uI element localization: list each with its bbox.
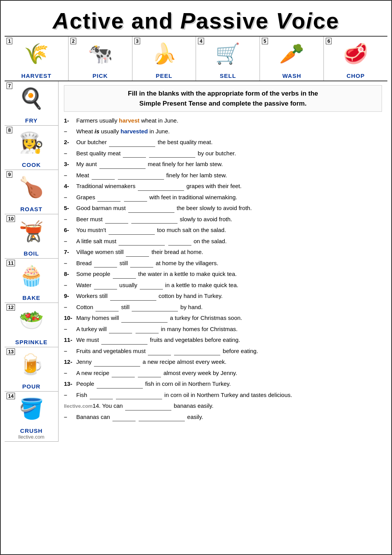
blank-4c bbox=[124, 193, 147, 202]
item-dash-1: – bbox=[64, 127, 76, 136]
sidebar-item-8: 8 👩‍🍳 COOK bbox=[5, 126, 58, 170]
exercise-11-active: 11- We must fruits and vegetables before… bbox=[64, 335, 382, 345]
cell-num-8: 8 bbox=[7, 127, 12, 133]
sell-label: SELL bbox=[197, 72, 259, 79]
fry-icon: 🍳 bbox=[5, 88, 57, 116]
page-container: Active and Passive Voice 1 🌾 HARVEST 2 🐄… bbox=[5, 5, 387, 442]
blank-2c bbox=[149, 149, 195, 158]
item-num-13: 13- bbox=[64, 380, 76, 388]
item-num-10: 10- bbox=[64, 314, 76, 323]
roast-label: ROAST bbox=[5, 206, 57, 212]
is-word: is bbox=[95, 128, 100, 135]
item-num-8: 8- bbox=[64, 270, 76, 279]
blank-7a bbox=[126, 247, 149, 257]
cell-num-11: 11 bbox=[7, 260, 15, 266]
blank-8a bbox=[113, 269, 136, 279]
pour-label: POUR bbox=[5, 383, 57, 390]
sidebar-item-10: 10 🫕 BOIL bbox=[5, 214, 58, 259]
exercise-1-passive: – Wheat is usually harvested in June. bbox=[64, 127, 382, 136]
item-num-2: 2- bbox=[64, 138, 76, 147]
exercise-10-active: 10- Many homes will a turkey for Christm… bbox=[64, 313, 382, 323]
blank-4b bbox=[97, 193, 121, 202]
exercise-13-active: 13- People fish in corn oil in Northern … bbox=[64, 379, 382, 388]
blank-3c bbox=[118, 171, 164, 180]
page-title: Active and Passive Voice bbox=[5, 8, 387, 34]
exercise-5-active: 5- Good barman must the beer slowly to a… bbox=[64, 204, 382, 213]
blank-5b bbox=[105, 215, 128, 224]
sprinkle-label: SPRINKLE bbox=[5, 339, 57, 345]
item-text-10p: A turkey will in many homes for Christma… bbox=[76, 325, 382, 334]
item-text-13p: Fish in corn oil in Northern Turkey and … bbox=[76, 390, 382, 400]
instructions-line2: Simple Present Tense and complete the pa… bbox=[139, 100, 307, 107]
blank-14a bbox=[125, 401, 171, 410]
cell-num-6: 6 bbox=[326, 38, 332, 44]
item-num-4: 4- bbox=[64, 182, 76, 191]
cell-num-3: 3 bbox=[134, 38, 140, 44]
cell-num-12: 12 bbox=[7, 304, 15, 311]
blank-3a bbox=[99, 160, 146, 169]
blank-8b bbox=[94, 281, 117, 290]
item-num-5: 5- bbox=[64, 204, 76, 213]
sidebar-item-14: 14 🪣 CRUSH llective.com bbox=[5, 392, 58, 442]
cell-num-5: 5 bbox=[262, 38, 268, 44]
item-num-1: 1- bbox=[64, 116, 76, 125]
item-dash-2: – bbox=[64, 149, 76, 158]
blank-13b bbox=[90, 390, 113, 400]
exercise-4-active: 4- Traditional winemakers grapes with th… bbox=[64, 182, 382, 191]
exercise-2-active: 2- Our butcher the best quality meat. bbox=[64, 138, 382, 147]
exercise-1-active: 1- Farmers usually harvest wheat in June… bbox=[64, 116, 382, 125]
item-num-3: 3- bbox=[64, 160, 76, 169]
item-dash-3: – bbox=[64, 171, 76, 180]
cell-num-9: 9 bbox=[7, 171, 12, 178]
item-text-1p: Wheat is usually harvested in June. bbox=[76, 127, 382, 136]
blank-5a bbox=[128, 204, 174, 213]
blank-7c bbox=[130, 259, 153, 268]
peel-icon: 🍌 bbox=[133, 44, 195, 71]
item-dash-4: – bbox=[64, 193, 76, 202]
item-text-8p: Water usually in a kettle to make quick … bbox=[76, 281, 382, 290]
item-text-14p: Bananas can easily. bbox=[76, 412, 382, 422]
exercise-6-active: 6- You mustn't too much salt on the sala… bbox=[64, 225, 382, 235]
blank-12c bbox=[138, 368, 161, 378]
item-text-11p: Fruits and vegetables must before eating… bbox=[76, 346, 382, 356]
item-text-5: Good barman must the beer slowly to avoi… bbox=[76, 204, 382, 213]
item-num-14: llective.com bbox=[64, 402, 92, 410]
item-text-9: Workers still cotton by hand in Turkey. bbox=[76, 291, 382, 301]
item-dash-7: – bbox=[64, 259, 76, 268]
exercise-12-active: 12- Jenny a new recipe almost every week… bbox=[64, 357, 382, 367]
blank-11a bbox=[101, 335, 147, 345]
pour-icon: 🍺 bbox=[5, 354, 57, 382]
item-text-6: You mustn't too much salt on the salad. bbox=[76, 225, 382, 235]
wash-label: WASH bbox=[261, 72, 323, 79]
exercise-8-active: 8- Some people the water in a kettle to … bbox=[64, 269, 382, 279]
bake-label: BAKE bbox=[5, 294, 57, 301]
item-text-7: Village women still their bread at home. bbox=[76, 247, 382, 257]
blank-3b bbox=[92, 171, 115, 180]
exercise-11-passive: – Fruits and vegetables must before eati… bbox=[64, 346, 382, 356]
exercise-6-passive: – A little salt must on the salad. bbox=[64, 237, 382, 246]
blank-9c bbox=[132, 303, 178, 312]
blank-7b bbox=[94, 259, 117, 268]
item-dash-8: – bbox=[64, 281, 76, 290]
exercise-7-passive: – Bread still at home by the villagers. bbox=[64, 259, 382, 268]
image-cell-6: 6 🥩 CHOP bbox=[324, 37, 387, 81]
crush-label: CRUSH bbox=[5, 427, 57, 434]
exercise-4-passive: – Grapes with feet in traditional winema… bbox=[64, 193, 382, 202]
blank-10c bbox=[136, 325, 159, 334]
item-num-9: 9- bbox=[64, 292, 76, 301]
blank-13a bbox=[97, 379, 143, 388]
item-text-2: Our butcher the best quality meat. bbox=[76, 138, 382, 147]
instructions: Fill in the blanks with the appropriate … bbox=[64, 85, 382, 112]
sidebar-item-7: 7 🍳 FRY bbox=[5, 81, 58, 126]
item-text-13: People fish in corn oil in Northern Turk… bbox=[76, 379, 382, 388]
cell-num-10: 10 bbox=[7, 215, 15, 222]
item-text-9p: Cotton still by hand. bbox=[76, 303, 382, 312]
exercise-area: Fill in the blanks with the appropriate … bbox=[59, 81, 387, 442]
item-dash-10: – bbox=[64, 325, 76, 334]
item-text-14: 14. You can bananas easily. bbox=[92, 401, 382, 410]
cell-num-7: 7 bbox=[7, 82, 12, 89]
exercise-13-passive: – Fish in corn oil in Northern Turkey an… bbox=[64, 390, 382, 400]
blank-13c bbox=[116, 390, 162, 400]
image-cell-1: 1 🌾 HARVEST bbox=[5, 37, 69, 81]
sidebar: 7 🍳 FRY 8 👩‍🍳 COOK 9 🍗 ROAST 10 🫕 BOIL bbox=[5, 81, 59, 442]
